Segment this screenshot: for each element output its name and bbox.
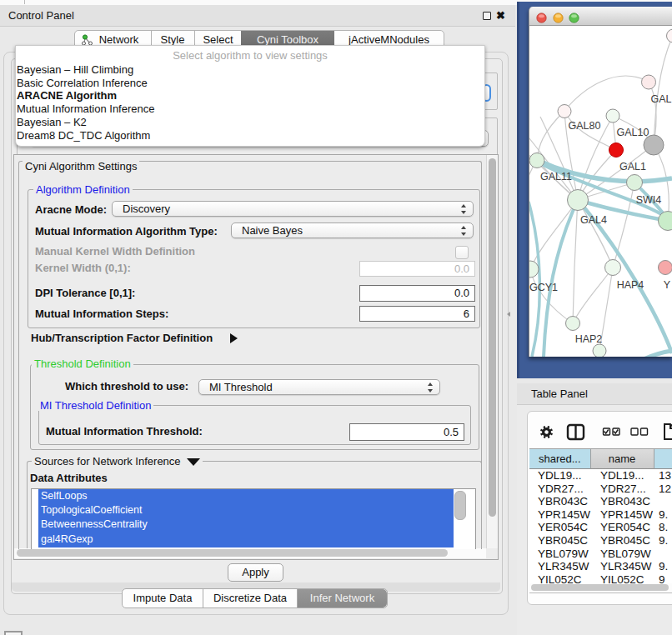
- svg-text:GAL1: GAL1: [619, 161, 646, 172]
- svg-text:SWI4: SWI4: [636, 194, 662, 206]
- svg-text:HAP4: HAP4: [617, 279, 644, 291]
- svg-text:HAP2: HAP2: [575, 333, 603, 345]
- svg-text:GAL80: GAL80: [569, 120, 601, 132]
- svg-text:GAL10: GAL10: [617, 127, 649, 138]
- svg-text:GAL4: GAL4: [580, 214, 607, 226]
- svg-text:GCY1: GCY1: [529, 282, 558, 293]
- svg-text:Y: Y: [664, 279, 671, 291]
- svg-text:GAL: GAL: [650, 93, 671, 105]
- svg-text:GAL11: GAL11: [540, 171, 572, 182]
